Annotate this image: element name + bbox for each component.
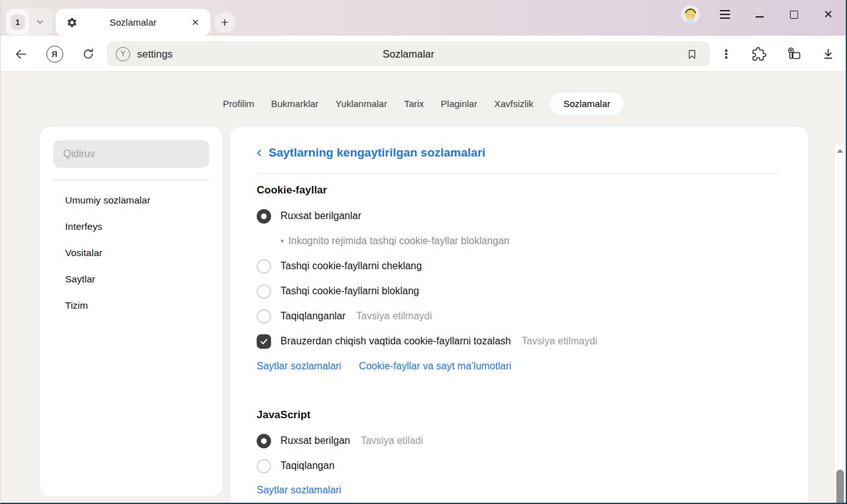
yandex-logo-icon: Я xyxy=(46,46,63,63)
link-cookie-sayt-malumotlari[interactable]: Cookie-fayllar va sayt ma’lumotlari xyxy=(359,361,511,372)
radio-ruxsat-berilganlar[interactable]: Ruxsat berilganlar xyxy=(257,203,779,229)
chevron-down-icon xyxy=(35,17,45,27)
tab-list-chevron-button[interactable] xyxy=(29,9,51,34)
minimize-icon xyxy=(756,16,764,18)
bookmark-button[interactable] xyxy=(682,44,701,63)
main-divider xyxy=(257,173,779,174)
checkbox-clear-cookies-on-exit[interactable]: Brauzerdan chiqish vaqtida cookie-faylla… xyxy=(257,329,779,354)
link-saytlar-sozlamalari[interactable]: Saytlar sozlamalari xyxy=(257,485,341,496)
back-button[interactable] xyxy=(9,43,32,65)
incognito-note: • Inkognito rejimida tashqi cookie-fayll… xyxy=(257,229,779,254)
scrollbar-thumb[interactable] xyxy=(836,470,844,504)
radio-tashqi-cheklang[interactable]: Tashqi cookie-fayllarni cheklang xyxy=(257,254,779,279)
window-minimize-button[interactable] xyxy=(751,6,767,23)
settings-page: Profilim Bukmarklar Yuklanmalar Tarix Pl… xyxy=(1,72,846,503)
option-label: Ruxsat berilgan xyxy=(280,435,350,446)
javascript-section-title: JavaScript xyxy=(257,409,779,423)
bullet-icon: • xyxy=(280,235,284,247)
tab-count-badge: 1 xyxy=(11,14,25,30)
nav-tab-profilim[interactable]: Profilim xyxy=(223,93,254,115)
sidebar-divider xyxy=(53,180,209,180)
radio-js-taqiqlangan[interactable]: Taqiqlangan xyxy=(257,453,779,478)
link-saytlar-sozlamalari[interactable]: Saytlar sozlamalari xyxy=(257,361,341,372)
tab-close-icon[interactable]: ✕ xyxy=(188,16,202,29)
maximize-icon xyxy=(790,11,798,19)
tab-title: Sozlamalar xyxy=(78,17,188,28)
window-maximize-button[interactable] xyxy=(786,6,802,23)
option-label: Taqiqlangan xyxy=(280,460,334,471)
section-back-title: Saytlarning kengaytirilgan sozlamalari xyxy=(269,146,485,160)
cookie-section-title: Cookie-fayllar xyxy=(257,184,779,198)
sidebar-item-saytlar[interactable]: Saytlar xyxy=(40,266,222,292)
browser-menu-button[interactable] xyxy=(717,6,733,23)
user-avatar[interactable] xyxy=(681,5,700,24)
avatar-image xyxy=(681,5,700,24)
radio-selected-icon[interactable] xyxy=(257,434,271,448)
settings-sidebar: Umumiy sozlamalar Interfeys Vositalar Sa… xyxy=(40,127,222,496)
close-icon: ✕ xyxy=(823,8,833,21)
yandex-home-button[interactable]: Я xyxy=(43,43,66,65)
scroll-down-arrow[interactable] xyxy=(837,494,843,498)
page-scrollbar[interactable] xyxy=(834,144,846,503)
sidebar-item-vositalar[interactable]: Vositalar xyxy=(40,240,222,266)
radio-unselected-icon[interactable] xyxy=(257,284,271,299)
javascript-links-row: Saytlar sozlamalari xyxy=(257,483,779,498)
reload-icon xyxy=(81,47,95,61)
toolbar-overflow-button[interactable]: ⋮ xyxy=(715,43,737,65)
option-label: Brauzerdan chiqish vaqtida cookie-faylla… xyxy=(280,336,511,347)
note-text: Inkognito rejimida tashqi cookie-fayllar… xyxy=(289,235,510,247)
nav-tab-sozlamalar[interactable]: Sozlamalar xyxy=(550,93,624,115)
radio-tashqi-bloklang[interactable]: Tashqi cookie-fayllarni bloklang xyxy=(257,279,779,304)
sidebar-items: Umumiy sozlamalar Interfeys Vositalar Sa… xyxy=(40,187,222,319)
advanced-site-settings-back-link[interactable]: ‹ Saytlarning kengaytirilgan sozlamalari xyxy=(257,146,779,160)
option-label: Taqiqlanganlar xyxy=(280,311,346,322)
browser-toolbar: Я Y settings Sozlamalar ⋮ xyxy=(1,36,846,72)
downloads-button[interactable] xyxy=(817,43,839,65)
radio-selected-icon[interactable] xyxy=(257,209,271,224)
chevron-left-icon: ‹ xyxy=(257,146,262,158)
tab-group: 1 xyxy=(5,8,53,36)
radio-unselected-icon[interactable] xyxy=(257,259,271,274)
back-arrow-icon xyxy=(14,47,28,61)
tab-strip: 1 Sozlamalar ✕ + xyxy=(1,0,846,36)
browser-tab-sozlamalar[interactable]: Sozlamalar ✕ xyxy=(56,9,210,36)
settings-nav-tabs: Profilim Bukmarklar Yuklanmalar Tarix Pl… xyxy=(1,93,846,115)
download-icon xyxy=(821,47,835,61)
option-label: Tashqi cookie-fayllarni cheklang xyxy=(280,260,422,272)
checkbox-checked-icon[interactable] xyxy=(257,334,271,349)
nav-tab-plaginlar[interactable]: Plaginlar xyxy=(441,93,477,115)
nav-tab-xavfsizlik[interactable]: Xavfsizlik xyxy=(494,93,533,115)
extensions-button[interactable] xyxy=(747,43,770,65)
page-title: Sozlamalar xyxy=(107,48,710,60)
passwords-cards-button[interactable] xyxy=(783,43,805,65)
option-hint: Tavsiya etilmaydi xyxy=(521,336,597,347)
protect-icon[interactable]: Y xyxy=(116,47,130,61)
radio-taqiqlanganlar[interactable]: Taqiqlanganlar Tavsiya etilmaydi xyxy=(257,304,779,329)
gear-icon xyxy=(66,17,78,28)
radio-unselected-icon[interactable] xyxy=(257,459,271,473)
sidebar-item-umumiy-sozlamalar[interactable]: Umumiy sozlamalar xyxy=(40,187,222,213)
puzzle-icon xyxy=(752,47,766,61)
tab-count-button[interactable]: 1 xyxy=(6,9,29,34)
new-tab-button[interactable]: + xyxy=(214,12,235,33)
vertical-dots-icon: ⋮ xyxy=(721,47,732,61)
nav-tab-tarix[interactable]: Tarix xyxy=(404,93,424,115)
nav-tab-bukmarklar[interactable]: Bukmarklar xyxy=(271,93,319,115)
search-input[interactable] xyxy=(53,140,209,168)
scroll-up-arrow[interactable] xyxy=(837,149,843,153)
option-hint: Tavsiya etilmaydi xyxy=(356,311,432,322)
radio-unselected-icon[interactable] xyxy=(257,309,271,324)
address-bar[interactable]: Y settings Sozlamalar xyxy=(107,41,710,66)
nav-tab-yuklanmalar[interactable]: Yuklanmalar xyxy=(336,93,388,115)
cookie-links-row: Saytlar sozlamalari Cookie-fayllar va sa… xyxy=(257,359,779,374)
reload-button[interactable] xyxy=(77,43,100,65)
plus-icon: + xyxy=(221,15,228,30)
bookmark-icon xyxy=(686,48,698,60)
window-close-button[interactable]: ✕ xyxy=(820,6,836,23)
sidebar-item-interfeys[interactable]: Interfeys xyxy=(40,213,222,240)
option-label: Tashqi cookie-fayllarni bloklang xyxy=(280,285,419,297)
hamburger-icon xyxy=(720,10,730,18)
settings-main-panel: ‹ Saytlarning kengaytirilgan sozlamalari… xyxy=(230,127,808,504)
sidebar-item-tizim[interactable]: Tizim xyxy=(40,292,222,319)
radio-js-ruxsat-berilgan[interactable]: Ruxsat berilgan Tavsiya etiladi xyxy=(257,428,779,453)
